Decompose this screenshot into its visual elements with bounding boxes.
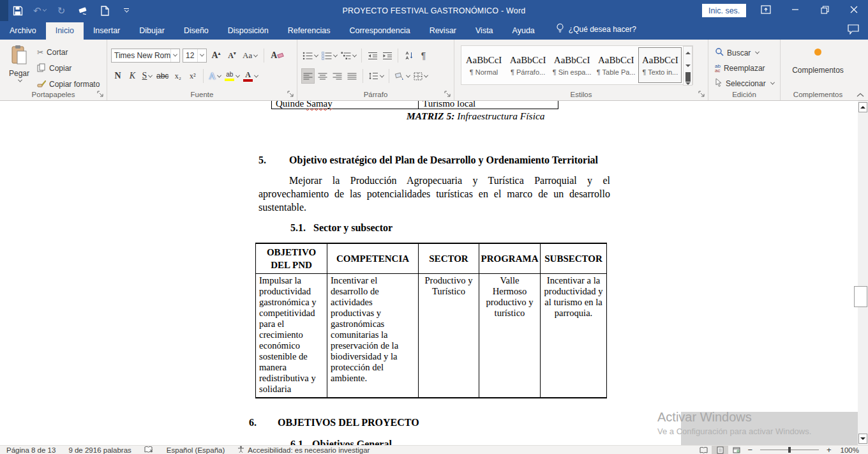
- top-table-cell-2[interactable]: Turismo local: [419, 101, 558, 109]
- italic-button[interactable]: K: [126, 68, 139, 84]
- multilevel-list-button[interactable]: [340, 48, 357, 63]
- styles-scroll-down-icon[interactable]: [684, 59, 692, 72]
- tab-disposicion[interactable]: Disposición: [218, 22, 278, 40]
- find-button[interactable]: Buscar: [715, 46, 774, 59]
- scroll-up-icon[interactable]: [858, 102, 867, 112]
- paste-button[interactable]: Pegar: [5, 45, 33, 91]
- ribbon-display-options-icon[interactable]: [753, 0, 779, 19]
- justify-button[interactable]: [345, 68, 359, 84]
- text-effects-button[interactable]: A: [207, 68, 222, 84]
- select-button[interactable]: Seleccionar: [715, 77, 774, 90]
- clipboard-dialog-launcher-icon[interactable]: [97, 91, 104, 98]
- language-indicator[interactable]: Español (España): [160, 446, 231, 454]
- comments-icon[interactable]: [848, 24, 859, 36]
- body-cell: Valle Hermoso productivo y turístico: [479, 274, 541, 398]
- header-cell: SECTOR: [419, 243, 479, 274]
- scroll-down-icon[interactable]: [858, 434, 867, 444]
- document-page[interactable]: Quinde Samay Turismo local MATRIZ 5: Inf…: [0, 101, 858, 445]
- tab-archivo[interactable]: Archivo: [0, 22, 46, 40]
- strikethrough-label: abc: [156, 72, 168, 80]
- print-layout-icon[interactable]: [712, 446, 728, 454]
- tab-ayuda[interactable]: Ayuda: [503, 22, 544, 40]
- top-table-cell-1[interactable]: Quinde Samay: [272, 101, 419, 109]
- change-case-button[interactable]: Aa: [241, 48, 258, 63]
- tell-me-box[interactable]: ¿Qué desea hacer?: [544, 19, 643, 40]
- tab-correspondencia[interactable]: Correspondencia: [340, 22, 419, 40]
- zoom-slider[interactable]: [760, 450, 819, 450]
- align-right-button[interactable]: [331, 68, 344, 84]
- style-preview: AaBbCcI: [598, 55, 634, 66]
- tab-diseno[interactable]: Diseño: [174, 22, 218, 40]
- shrink-font-button[interactable]: A▾: [225, 48, 239, 63]
- word-count[interactable]: 9 de 2916 palabras: [62, 446, 137, 454]
- tab-referencias[interactable]: Referencias: [278, 22, 340, 40]
- zoom-slider-thumb[interactable]: [788, 447, 791, 453]
- font-dialog-launcher-icon[interactable]: [287, 91, 294, 98]
- zoom-in-button[interactable]: +: [824, 445, 834, 454]
- copy-button[interactable]: Copiar: [37, 62, 100, 75]
- styles-more-icon[interactable]: [684, 72, 692, 85]
- tab-inicio[interactable]: Inicio: [46, 22, 84, 40]
- sort-button[interactable]: [402, 48, 415, 63]
- tab-vista[interactable]: Vista: [466, 22, 503, 40]
- style-preview: AaBbCcI: [554, 55, 590, 66]
- zoom-level[interactable]: 100%: [834, 446, 868, 454]
- read-mode-icon[interactable]: [695, 446, 712, 454]
- clear-formatting-button[interactable]: A: [269, 48, 285, 63]
- style-parrafo[interactable]: AaBbCcI ¶ Párrafo...: [506, 47, 550, 83]
- tell-me-label: ¿Qué desea hacer?: [569, 25, 636, 34]
- copy-label: Copiar: [49, 64, 71, 73]
- tab-insertar[interactable]: Insertar: [84, 22, 130, 40]
- numbering-button[interactable]: [320, 48, 338, 63]
- align-left-button[interactable]: [301, 68, 315, 84]
- bullets-button[interactable]: [301, 48, 319, 63]
- bold-button[interactable]: N: [111, 68, 124, 84]
- increase-indent-button[interactable]: [380, 48, 394, 63]
- zoom-out-button[interactable]: −: [745, 445, 755, 454]
- font-color-button[interactable]: A: [242, 68, 259, 84]
- align-center-button[interactable]: [316, 68, 329, 84]
- style-sin-espaciado[interactable]: AaBbCcI ¶ Sin espa...: [550, 47, 594, 83]
- proofing-icon[interactable]: [138, 446, 160, 453]
- page-indicator[interactable]: Página 8 de 13: [0, 446, 62, 454]
- borders-button[interactable]: [412, 68, 429, 84]
- highlight-button[interactable]: ab: [223, 68, 241, 84]
- restore-icon[interactable]: [812, 0, 837, 19]
- font-size-combo[interactable]: 12: [183, 49, 207, 63]
- close-icon[interactable]: [841, 0, 867, 19]
- scrollbar-thumb[interactable]: [854, 286, 867, 307]
- show-marks-button[interactable]: ¶: [417, 48, 430, 63]
- cut-button[interactable]: ✂ Cortar: [37, 46, 100, 59]
- font-family-combo[interactable]: Times New Roma: [111, 49, 180, 63]
- superscript-label: x²: [190, 72, 196, 81]
- group-paragraph: ¶ Párr: [297, 40, 454, 100]
- format-painter-button[interactable]: Copiar formato: [37, 78, 100, 91]
- style-normal[interactable]: AaBbCcI ¶ Normal: [462, 47, 505, 83]
- accessibility-status[interactable]: Accesibilidad: es necesario investigar: [231, 446, 376, 454]
- style-table-paragraph[interactable]: AaBbCcI ¶ Table Pa...: [594, 47, 638, 83]
- tab-dibujar[interactable]: Dibujar: [130, 22, 174, 40]
- shrink-font-label: A: [228, 51, 234, 61]
- collapse-ribbon-icon[interactable]: [857, 91, 865, 98]
- shading-button[interactable]: [393, 68, 411, 84]
- change-case-label: Aa: [243, 50, 252, 61]
- web-layout-icon[interactable]: [728, 446, 745, 454]
- font-color-label: A: [245, 71, 251, 79]
- addins-button[interactable]: Complementos: [781, 45, 855, 75]
- styles-scroll-up-icon[interactable]: [684, 47, 692, 59]
- style-texto-independiente[interactable]: AaBbCcI ¶ Texto in...: [638, 47, 682, 83]
- strikethrough-button[interactable]: abc: [155, 68, 170, 84]
- minimize-icon[interactable]: [782, 0, 808, 19]
- paragraph-dialog-launcher-icon[interactable]: [444, 91, 451, 98]
- tab-revisar[interactable]: Revisar: [420, 22, 466, 40]
- line-spacing-button[interactable]: [367, 68, 385, 84]
- sign-in-button[interactable]: Inic. ses.: [702, 4, 746, 17]
- styles-dialog-launcher-icon[interactable]: [698, 91, 705, 98]
- decrease-indent-button[interactable]: [366, 48, 379, 63]
- vertical-scrollbar[interactable]: [858, 101, 868, 445]
- superscript-button[interactable]: x²: [186, 68, 199, 84]
- subscript-button[interactable]: x₂: [171, 68, 184, 84]
- grow-font-button[interactable]: A▴: [209, 48, 223, 63]
- underline-button[interactable]: S: [140, 68, 154, 84]
- replace-button[interactable]: ab ac Reemplazar: [715, 61, 774, 75]
